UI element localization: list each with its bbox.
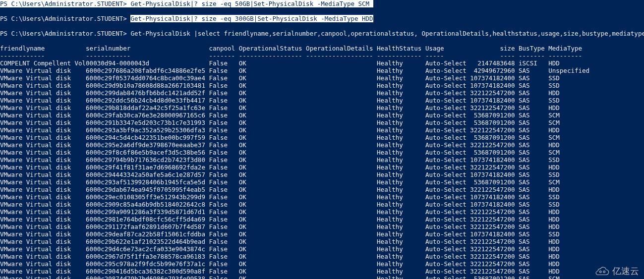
- table-row: VMware Virtual disk 6000c2981e764bdf08cf…: [0, 216, 644, 223]
- cmd-line-3[interactable]: PS C:\Users\Administrator.STUDENT> Get-P…: [0, 30, 644, 37]
- table-separator: ------------ ------------ ------- ------…: [0, 52, 644, 59]
- table-row: VMware Virtual disk 6000c2967d75f1ffa3e7…: [0, 253, 644, 260]
- table-row: VMware Virtual disk 6000c291b3347e5d203c…: [0, 119, 644, 126]
- table-row: VMware Virtual disk 6000c29deaf87ca22b58…: [0, 230, 644, 238]
- table-row: VMware Virtual disk 6000c29d4c6e73ac2cfa…: [0, 245, 644, 253]
- cmd-line-2[interactable]: PS C:\Users\Administrator.STUDENT> Get-P…: [0, 15, 644, 22]
- table-row: VMware Virtual disk 6000c29b818ddaf22a42…: [0, 104, 644, 112]
- table-row: VMware Virtual disk 6000c295e2a6df9de379…: [0, 141, 644, 149]
- blank: [0, 22, 644, 30]
- table-row: VMware Virtual disk 6000c290416d5bca3638…: [0, 268, 644, 275]
- svg-point-1: [603, 271, 605, 273]
- table-row: VMware Virtual disk 6000c29f8c6f86e5b9ac…: [0, 149, 644, 156]
- table-row: VMware Virtual disk 6000c299a9091286a3f3…: [0, 208, 644, 216]
- table-row: VMware Virtual disk 6000c2909c85a4a6b9db…: [0, 201, 644, 208]
- table-row: VMware Virtual disk 6000c294c5d4cb422351…: [0, 134, 644, 141]
- table-row: VMware Virtual disk 6000c29f41f81f31ae7d…: [0, 164, 644, 171]
- cloud-icon: [595, 266, 610, 276]
- terminal-output: PS C:\Users\Administrator.STUDENT> Get-P…: [0, 0, 644, 279]
- svg-point-0: [599, 271, 601, 273]
- table-row: VMware Virtual disk 6000c294443342a50afe…: [0, 171, 644, 178]
- table-row: VMware Virtual disk 6000c29d9b10a78608d8…: [0, 82, 644, 89]
- table-row: VMware Virtual disk 6000c293af5139928406…: [0, 178, 644, 186]
- table-row: VMware Virtual disk 6000c299dab8476bfb6b…: [0, 89, 644, 97]
- watermark-text: 亿速云: [612, 268, 639, 275]
- table-row: VMware Virtual disk 6000c291172faaf62891…: [0, 223, 644, 230]
- table-row: VMware Virtual disk 6000c297686a208fabdf…: [0, 67, 644, 74]
- table-row: COMPELNT Compellent Vol00030d94-0000043d…: [0, 59, 644, 67]
- watermark: 亿速云: [595, 266, 639, 276]
- table-row: VMware Virtual disk 6000c29794b9b717636c…: [0, 156, 644, 164]
- table-row: VMware Virtual disk 6000c29fab30ca76e3e2…: [0, 112, 644, 119]
- blank: [0, 7, 644, 15]
- table-header: friendlyname serialnumber canpool Operat…: [0, 45, 644, 52]
- table-row: VMware Virtual disk 6000c29f05374dd0764c…: [0, 74, 644, 82]
- table-row: VMware Virtual disk 6000c29ec0108305ff3e…: [0, 193, 644, 201]
- table-row: VMware Virtual disk 6000c293a3bf9ac352a5…: [0, 126, 644, 134]
- table-row: VMware Virtual disk 6000c295c978a2f9fdc5…: [0, 260, 644, 268]
- table-row: VMware Virtual disk 6000c29b622e1af21023…: [0, 238, 644, 245]
- table-row: VMware Virtual disk 6000c292ddc56b24cb4d…: [0, 97, 644, 104]
- blank: [0, 37, 644, 45]
- table-row: VMware Virtual disk 6000c29874d79b7bd698…: [0, 275, 644, 279]
- cmd-line-1[interactable]: PS C:\Users\Administrator.STUDENT> Get-P…: [0, 0, 644, 7]
- table-row: VMware Virtual disk 6000c29dab674ea945f0…: [0, 186, 644, 193]
